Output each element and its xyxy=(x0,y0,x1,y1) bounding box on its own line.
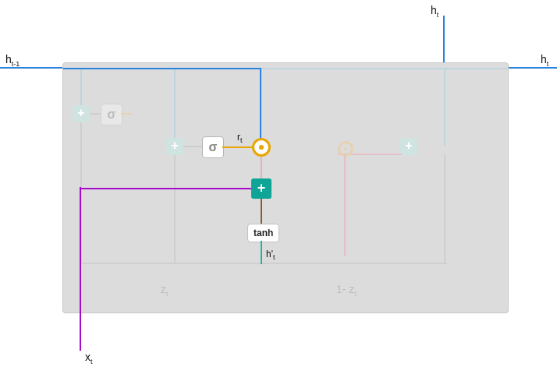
odot-r-h xyxy=(252,138,271,157)
wire-faded-xup2 xyxy=(174,155,176,263)
odot-faded xyxy=(338,141,353,157)
wire-faded-p2-sig xyxy=(183,146,202,147)
wire-r-out xyxy=(222,147,254,148)
tanh-box: tanh xyxy=(247,224,279,242)
wire-faded-drop5 xyxy=(444,68,445,146)
sigma-box-faded-1: σ xyxy=(101,104,122,125)
wire-faded-drop2 xyxy=(174,68,176,138)
wire-hcand xyxy=(261,241,262,264)
wire-faded-xbus xyxy=(80,263,447,264)
label-h-prev: ht-1 xyxy=(5,53,20,68)
wire-h-top-out xyxy=(443,16,445,62)
wire-x-vertical xyxy=(80,187,81,351)
wire-plus-to-tanh xyxy=(261,199,262,225)
wire-faded-drop1 xyxy=(80,68,82,105)
label-h-cand: h't xyxy=(266,249,275,261)
label-1mz-faded: 1- zt xyxy=(336,283,357,298)
plus-box-candidate: + xyxy=(251,178,271,199)
wire-faded-s1-out xyxy=(121,113,132,115)
wire-faded-xup4 xyxy=(444,155,445,263)
wire-h-right-out xyxy=(507,67,557,69)
wire-faded-pink-down xyxy=(344,155,346,256)
wire-faded-p1-s1 xyxy=(90,113,101,115)
label-h-right: ht xyxy=(541,53,548,68)
label-z-faded: zt xyxy=(161,283,169,298)
wire-odot-to-plus xyxy=(261,157,262,178)
plus-box-faded-2: + xyxy=(166,138,183,155)
wire-hprev-down xyxy=(260,68,261,141)
label-r: rt xyxy=(237,132,243,144)
label-h-top: ht xyxy=(431,4,438,19)
plus-box-faded-1: + xyxy=(73,105,90,122)
label-x-in: xt xyxy=(85,351,93,366)
plus-box-faded-3: + xyxy=(400,138,417,155)
sigma-box-r: σ xyxy=(202,136,224,158)
wire-hprev-seg xyxy=(63,68,261,69)
wire-h-prev-in xyxy=(0,67,62,69)
gru-cell: + + + σ zt 1- zt σ rt + tanh h't xyxy=(62,62,509,313)
wire-x-to-plus xyxy=(80,188,251,189)
